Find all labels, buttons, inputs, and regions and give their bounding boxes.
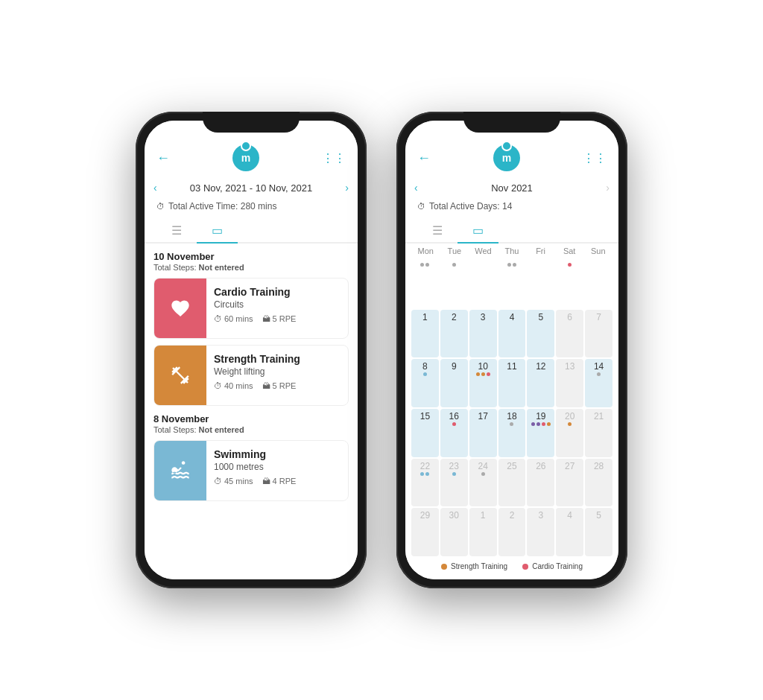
cal-cell-2-3[interactable]: 11: [498, 359, 526, 407]
cal-cell-4-2[interactable]: 24: [469, 459, 497, 507]
cal-cell-2-5[interactable]: 13: [556, 359, 583, 407]
cal-cell-2-6[interactable]: 14: [585, 359, 612, 407]
cal-cell-0-5: [556, 260, 583, 308]
cal-day-num-3-5: 20: [565, 412, 574, 421]
cal-cell-1-5[interactable]: 6: [556, 310, 583, 358]
duration-swimming: ⏱ 45 mins: [214, 477, 253, 486]
activity-name-swimming: Swimming: [214, 448, 341, 460]
cal-day-num-5-5: 4: [567, 511, 572, 520]
cal-cell-3-5[interactable]: 20: [556, 409, 583, 457]
cal-cell-4-5[interactable]: 27: [556, 459, 583, 507]
cal-cell-1-0[interactable]: 1: [411, 310, 439, 358]
cal-cell-3-4[interactable]: 19: [527, 409, 554, 457]
cal-cell-5-6[interactable]: 5: [585, 508, 612, 556]
activity-meta-cardio: ⏱ 60 mins 🏔 5 RPE: [214, 314, 341, 323]
dot-0-5-0: [568, 263, 572, 267]
activity-card-swimming[interactable]: Swimming 1000 metres ⏱ 45 mins 🏔: [153, 440, 349, 501]
dot-2-0-0: [423, 372, 427, 376]
cal-cell-1-4[interactable]: 5: [527, 310, 554, 358]
cal-cell-5-1[interactable]: 30: [440, 508, 468, 556]
dot-4-1-0: [452, 472, 456, 476]
cal-day-num-1-6: 7: [596, 313, 601, 322]
activity-icon-cardio: [154, 279, 206, 338]
cal-day-num-4-6: 28: [594, 462, 604, 471]
screen-right: ← m ⋮⋮ ‹ Nov 2021 › ⏱ Total Active Days:…: [405, 121, 618, 579]
dot-3-4-3: [547, 422, 551, 426]
tab-calendar-left[interactable]: ▭: [197, 219, 238, 244]
weekday-sat: Sat: [555, 244, 584, 258]
activity-card-cardio[interactable]: Cardio Training Circuits ⏱ 60 mins 🏔: [153, 278, 349, 339]
cal-dots-2-0: [423, 372, 427, 376]
cal-cell-1-1[interactable]: 2: [440, 310, 468, 358]
grid-button-left[interactable]: ⋮⋮: [322, 151, 346, 165]
dot-4-0-1: [425, 472, 429, 476]
back-button-right[interactable]: ←: [417, 150, 431, 166]
back-button-left[interactable]: ←: [156, 150, 170, 166]
cal-dots-3-1: [452, 422, 456, 426]
cal-cell-3-0[interactable]: 15: [411, 409, 439, 457]
cal-day-num-5-2: 1: [481, 511, 486, 520]
next-date-left[interactable]: ›: [345, 182, 349, 194]
cal-cell-2-0[interactable]: 8: [411, 359, 439, 407]
cal-cell-3-6[interactable]: 21: [585, 409, 612, 457]
cal-cell-1-2[interactable]: 3: [469, 310, 497, 358]
dumbbell-icon: [170, 365, 191, 386]
cal-cell-4-3[interactable]: 25: [498, 459, 526, 507]
dot-3-3-0: [510, 422, 513, 426]
weekday-sun: Sun: [583, 244, 612, 258]
cal-day-num-3-0: 15: [420, 412, 430, 421]
prev-date-left[interactable]: ‹: [153, 182, 157, 194]
clock-icon-right: ⏱: [417, 202, 425, 211]
cal-cell-1-6[interactable]: 7: [585, 310, 612, 358]
next-month-right[interactable]: ›: [606, 182, 610, 194]
activity-card-strength[interactable]: Strength Training Weight lifting ⏱ 40 mi…: [153, 345, 349, 406]
cal-day-num-4-1: 23: [449, 462, 459, 471]
cal-dots-3-3: [510, 422, 513, 426]
cal-cell-4-1[interactable]: 23: [440, 459, 468, 507]
date-range-left: 03 Nov, 2021 - 10 Nov, 2021: [190, 182, 312, 194]
cal-cell-3-2[interactable]: 17: [469, 409, 497, 457]
cal-cell-2-1[interactable]: 9: [440, 359, 468, 407]
cal-day-num-4-2: 24: [478, 462, 487, 471]
weekday-thu: Thu: [498, 244, 527, 258]
dot-0-3-1: [513, 263, 516, 267]
phones-container: ← m ⋮⋮ ‹ 03 Nov, 2021 - 10 Nov, 2021 › ⏱…: [121, 82, 642, 618]
grid-button-right[interactable]: ⋮⋮: [583, 151, 607, 165]
cal-cell-2-4[interactable]: 12: [527, 359, 554, 407]
cal-cell-4-0[interactable]: 22: [411, 459, 439, 507]
tab-list-right[interactable]: ☰: [417, 219, 458, 244]
cal-day-num-3-3: 18: [507, 412, 516, 421]
cal-day-num-2-1: 9: [452, 362, 457, 371]
phone-left: ← m ⋮⋮ ‹ 03 Nov, 2021 - 10 Nov, 2021 › ⏱…: [136, 112, 367, 588]
rpe-swimming: 🏔 4 RPE: [262, 477, 297, 486]
cal-cell-5-3[interactable]: 2: [498, 508, 526, 556]
activity-meta-swimming: ⏱ 45 mins 🏔 4 RPE: [214, 477, 341, 486]
cal-cell-4-4[interactable]: 26: [527, 459, 554, 507]
weekday-wed: Wed: [469, 244, 498, 258]
cal-day-num-5-0: 29: [420, 511, 430, 520]
heart-icon: [170, 298, 191, 319]
cal-cell-3-3[interactable]: 18: [498, 409, 526, 457]
stats-right: ⏱ Total Active Days: 14: [405, 198, 618, 214]
swim-icon: [170, 460, 191, 481]
cal-cell-0-3: [498, 260, 526, 308]
cal-cell-5-2[interactable]: 1: [469, 508, 497, 556]
cal-day-num-3-4: 19: [536, 412, 545, 421]
cal-dots-0-0: [420, 263, 429, 267]
cal-cell-2-2[interactable]: 10: [469, 359, 497, 407]
cal-cell-5-4[interactable]: 3: [527, 508, 554, 556]
dot-0-0-0: [420, 263, 424, 267]
cal-cell-0-4: [527, 260, 554, 308]
tab-calendar-right[interactable]: ▭: [458, 219, 498, 244]
prev-month-right[interactable]: ‹: [414, 182, 418, 194]
cal-cell-5-5[interactable]: 4: [556, 508, 583, 556]
cal-cell-4-6[interactable]: 28: [585, 459, 612, 507]
cal-day-num-3-2: 17: [478, 412, 487, 421]
activity-sub-cardio: Circuits: [214, 299, 341, 310]
cal-cell-0-2: [469, 260, 497, 308]
tab-list-left[interactable]: ☰: [156, 219, 197, 244]
cal-cell-5-0[interactable]: 29: [411, 508, 439, 556]
cal-cell-1-3[interactable]: 4: [498, 310, 526, 358]
cal-day-num-3-1: 16: [449, 412, 459, 421]
cal-cell-3-1[interactable]: 16: [440, 409, 468, 457]
